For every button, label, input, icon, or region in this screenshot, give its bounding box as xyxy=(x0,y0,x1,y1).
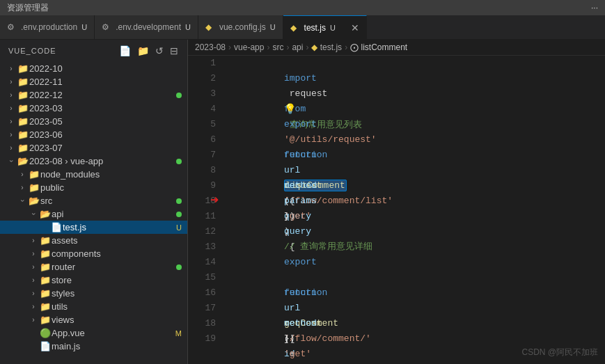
breadcrumb-testjs: ◆ test.js xyxy=(311,42,342,52)
main-area: VUE_CODE 📄 📁 ↺ ⊟ › 📁 2022-10 › 📁 2022- xyxy=(0,40,605,364)
chevron-right-icon: › xyxy=(6,91,17,99)
chevron-right-icon: › xyxy=(28,237,39,244)
title-bar: 资源管理器 ··· xyxy=(0,0,605,15)
chevron-down-icon: › xyxy=(30,209,38,220)
sidebar-item-appvue[interactable]: 🟢 App.vue M xyxy=(0,326,187,340)
chevron-right-icon: › xyxy=(6,78,17,86)
line-num-9: 9 xyxy=(188,178,216,193)
code-line-11 xyxy=(230,209,605,224)
line-num-13: 13 xyxy=(188,239,216,255)
watermark: CSDN @阿民不加班 xyxy=(521,347,598,358)
folder-icon: 📁 xyxy=(39,275,52,285)
chevron-right-icon: › xyxy=(6,144,17,152)
sidebar-item-label: 2023-05 xyxy=(29,116,187,127)
sidebar-item-2023-07[interactable]: › 📁 2023-07 xyxy=(0,141,187,155)
sidebar-item-label: components xyxy=(52,248,187,259)
tab-icon: ⚙ xyxy=(102,22,111,32)
sidebar-title-text: VUE_CODE xyxy=(8,47,56,55)
title-bar-icon: ··· xyxy=(591,3,598,13)
chevron-right-icon: › xyxy=(17,184,28,191)
line-numbers: 1 2 3 4 5 6 7 8 9 10 11 12 13 14 15 16 1… xyxy=(188,56,223,364)
sidebar-item-views[interactable]: › 📁 views xyxy=(0,313,187,326)
breadcrumb: 2023-08 › vue-app › src › api › ◆ test.j… xyxy=(188,40,605,56)
sidebar-item-2023-05[interactable]: › 📁 2023-05 xyxy=(0,115,187,128)
tab-testjs[interactable]: ◆ test.js U ✕ xyxy=(283,15,367,39)
sidebar-item-2023-03[interactable]: › 📁 2023-03 xyxy=(0,102,187,115)
sidebar-item-api[interactable]: › 📂 api xyxy=(0,207,187,221)
new-folder-icon[interactable]: 📁 xyxy=(137,45,150,56)
sidebar-item-styles[interactable]: › 📁 styles xyxy=(0,287,187,300)
sidebar-item-label: src xyxy=(40,196,176,206)
code-line-6: url : '/flow/comment/list' , xyxy=(230,132,605,148)
tab-label: test.js xyxy=(304,23,326,33)
line-num-4: 4 xyxy=(188,102,216,117)
sidebar-item-node-modules[interactable]: › 📁 node_modules xyxy=(0,168,187,181)
file-js-icon: 📄 xyxy=(50,222,63,232)
title-bar-controls: ··· xyxy=(591,3,598,13)
sidebar-item-utils[interactable]: › 📁 utils xyxy=(0,300,187,313)
sidebar-item-assets[interactable]: › 📁 assets xyxy=(0,234,187,247)
code-editor[interactable]: 1 2 3 4 5 6 7 8 9 10 11 12 13 14 15 16 1… xyxy=(188,56,605,364)
line-num-7: 7 xyxy=(188,148,216,163)
line-num-3: 3 xyxy=(188,86,216,102)
line-num-12: 12 xyxy=(188,224,216,239)
sidebar-item-label: 2022-10 xyxy=(29,63,187,74)
line-num-14: 14 xyxy=(188,255,216,270)
sidebar-item-store[interactable]: › 📁 store xyxy=(0,274,187,287)
sidebar-item-2023-08[interactable]: › 📂 2023-08 › vue-app xyxy=(0,155,187,168)
folder-icon: 📁 xyxy=(39,301,52,312)
code-line-10: } ➜ xyxy=(230,193,605,209)
code-content: import request from '@/utils/request' 💡 … xyxy=(223,56,605,364)
sidebar-item-label: test.js xyxy=(63,222,176,232)
breadcrumb-sep: › xyxy=(267,42,269,52)
folder-icon: 📁 xyxy=(39,235,52,246)
tab-close-button[interactable]: ✕ xyxy=(351,22,359,33)
folder-icon: 📁 xyxy=(17,129,29,140)
code-line-18: } xyxy=(230,316,605,331)
folder-icon: 📁 xyxy=(39,315,52,325)
chevron-right-icon: › xyxy=(6,104,17,112)
collapse-icon[interactable]: ⊟ xyxy=(170,45,179,56)
sidebar-item-components[interactable]: › 📁 components xyxy=(0,247,187,260)
chevron-right-icon: › xyxy=(28,303,39,310)
folder-icon: 📁 xyxy=(17,90,29,100)
chevron-down-icon: › xyxy=(19,196,26,207)
folder-icon: 📁 xyxy=(17,77,29,87)
breadcrumb-sep: › xyxy=(345,42,347,52)
tab-vue-config[interactable]: ◆ vue.config.js U xyxy=(198,15,283,39)
new-file-icon[interactable]: 📄 xyxy=(119,45,132,56)
sidebar-item-2022-12[interactable]: › 📁 2022-12 xyxy=(0,88,187,102)
tab-icon: ◆ xyxy=(205,22,215,32)
tab-env-production[interactable]: ⚙ .env.production U xyxy=(0,15,95,39)
code-line-8: params : query xyxy=(230,163,605,178)
sidebar-item-2023-06[interactable]: › 📁 2023-06 xyxy=(0,128,187,141)
line-num-18: 18 xyxy=(188,316,216,331)
line-num-8: 8 xyxy=(188,163,216,178)
code-line-3: 💡 查询常用意见列表 xyxy=(230,86,605,102)
string: 'get' xyxy=(284,349,311,359)
sidebar-title: VUE_CODE 📄 📁 ↺ ⊟ xyxy=(0,40,187,62)
chevron-right-icon: › xyxy=(28,250,39,258)
line-num-15: 15 xyxy=(188,270,216,285)
chevron-right-icon: › xyxy=(28,290,39,297)
sidebar-item-router[interactable]: › 📁 router xyxy=(0,260,187,274)
sidebar-item-2022-10[interactable]: › 📁 2022-10 xyxy=(0,62,187,75)
sidebar-item-src[interactable]: › 📂 src xyxy=(0,194,187,207)
red-arrow-indicator: ➜ xyxy=(210,193,219,209)
code-line-19 xyxy=(230,331,605,347)
sidebar-item-mainjs[interactable]: 📄 main.js xyxy=(0,340,187,353)
tab-badge: U xyxy=(81,23,87,31)
code-line-9: }) xyxy=(230,178,605,193)
chevron-down-icon: › xyxy=(8,156,15,167)
sidebar-item-label: utils xyxy=(52,301,187,312)
breadcrumb-src: src xyxy=(272,42,283,52)
refresh-icon[interactable]: ↺ xyxy=(155,45,164,56)
sidebar-item-public[interactable]: › 📁 public xyxy=(0,181,187,194)
sidebar-item-label: 2023-08 › vue-app xyxy=(29,156,176,166)
tab-env-development[interactable]: ⚙ .env.development U xyxy=(95,15,198,39)
sidebar-item-2022-11[interactable]: › 📁 2022-11 xyxy=(0,75,187,88)
sidebar-item-label: 2023-07 xyxy=(29,143,187,153)
sidebar-item-testjs[interactable]: 📄 test.js U xyxy=(0,221,187,234)
code-line-14: return request ({ xyxy=(230,255,605,270)
modified-badge xyxy=(176,159,182,164)
